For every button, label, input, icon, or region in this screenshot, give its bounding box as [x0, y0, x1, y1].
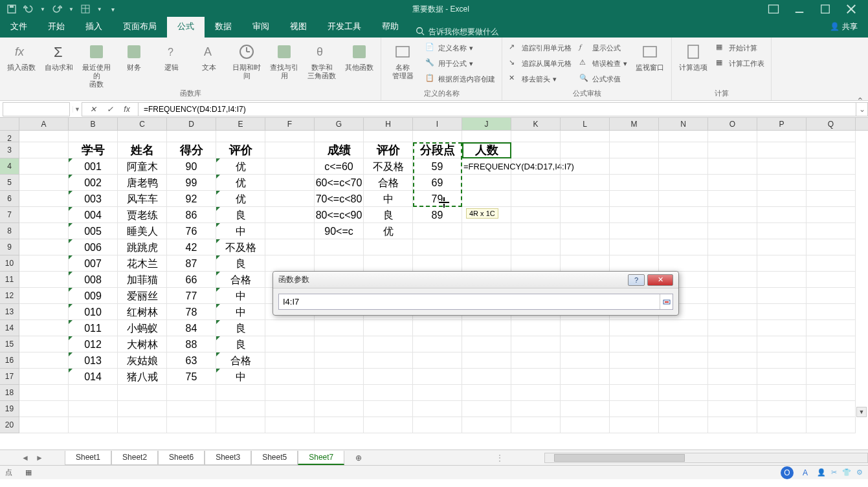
dialog-range-input[interactable] — [279, 294, 660, 309]
cell-D5[interactable]: 99 — [167, 175, 216, 191]
undo-icon[interactable] — [23, 4, 34, 14]
cell-A17[interactable] — [19, 369, 69, 385]
cell-P12[interactable] — [757, 288, 807, 304]
cell-N6[interactable] — [659, 191, 708, 207]
cell-B5[interactable]: 002 — [69, 175, 118, 191]
cell-G10[interactable] — [315, 255, 364, 272]
cell-F2[interactable] — [265, 131, 315, 142]
cell-A6[interactable] — [19, 191, 69, 207]
cell-P11[interactable] — [757, 272, 807, 288]
cell-G20[interactable] — [315, 417, 364, 433]
cell-A18[interactable] — [19, 385, 69, 401]
cell-N15[interactable] — [659, 336, 708, 352]
row-header-10[interactable]: 10 — [0, 255, 19, 272]
cell-C18[interactable] — [118, 385, 167, 401]
cell-E12[interactable]: 中 — [216, 288, 265, 304]
cell-C8[interactable]: 睡美人 — [118, 223, 167, 239]
cell-I16[interactable] — [413, 352, 462, 369]
cell-Q4[interactable] — [807, 158, 856, 175]
chevron-down-icon[interactable]: ▼ — [69, 6, 74, 12]
logical-button[interactable]: ?逻辑 — [154, 40, 189, 72]
row-header-6[interactable]: 6 — [0, 191, 19, 207]
cell-H5[interactable]: 合格 — [364, 175, 413, 191]
cell-B15[interactable]: 012 — [69, 336, 118, 352]
cell-L14[interactable] — [561, 320, 610, 336]
cell-G18[interactable] — [315, 385, 364, 401]
col-header-C[interactable]: C — [118, 118, 167, 130]
cell-P18[interactable] — [757, 385, 807, 401]
cell-L6[interactable] — [561, 191, 610, 207]
cell-O17[interactable] — [708, 369, 757, 385]
search-icon[interactable] — [416, 27, 425, 38]
cell-G7[interactable]: 80<=c<90 — [315, 207, 364, 223]
cell-J3[interactable]: 人数 — [462, 142, 511, 158]
cell-I15[interactable] — [413, 336, 462, 352]
tab-数据[interactable]: 数据 — [205, 17, 242, 38]
sheet-tab-Sheet1[interactable]: Sheet1 — [65, 451, 111, 465]
cell-B6[interactable]: 003 — [69, 191, 118, 207]
cell-A14[interactable] — [19, 320, 69, 336]
cell-K4[interactable] — [511, 158, 561, 175]
cell-I18[interactable] — [413, 385, 462, 401]
cell-J10[interactable] — [462, 255, 511, 272]
cell-K9[interactable] — [511, 239, 561, 255]
cell-P15[interactable] — [757, 336, 807, 352]
col-header-M[interactable]: M — [610, 118, 659, 130]
tab-视图[interactable]: 视图 — [280, 17, 317, 38]
cell-K10[interactable] — [511, 255, 561, 272]
cell-E14[interactable]: 良 — [216, 320, 265, 336]
cell-M5[interactable] — [610, 175, 659, 191]
cell-B9[interactable]: 006 — [69, 239, 118, 255]
cell-L5[interactable] — [561, 175, 610, 191]
cell-J8[interactable] — [462, 223, 511, 239]
save-icon[interactable] — [6, 4, 17, 14]
redo-icon[interactable] — [52, 4, 62, 14]
col-header-E[interactable]: E — [216, 118, 265, 130]
cell-C7[interactable]: 贾老练 — [118, 207, 167, 223]
tell-me[interactable]: 告诉我你想要做什么 — [428, 27, 498, 38]
cell-Q15[interactable] — [807, 336, 856, 352]
cell-Q7[interactable] — [807, 207, 856, 223]
cell-L20[interactable] — [561, 417, 610, 433]
cell-A19[interactable] — [19, 401, 69, 417]
col-header-G[interactable]: G — [315, 118, 364, 130]
cell-C10[interactable]: 花木兰 — [118, 255, 167, 272]
cell-C16[interactable]: 灰姑娘 — [118, 352, 167, 369]
cell-H14[interactable] — [364, 320, 413, 336]
cell-O13[interactable] — [708, 304, 757, 320]
cell-F9[interactable] — [265, 239, 315, 255]
cell-P13[interactable] — [757, 304, 807, 320]
col-header-J[interactable]: J — [462, 118, 511, 130]
cell-E18[interactable] — [216, 385, 265, 401]
cell-G6[interactable]: 70<=c<80 — [315, 191, 364, 207]
cell-N2[interactable] — [659, 131, 708, 142]
cell-C2[interactable] — [118, 131, 167, 142]
cell-L10[interactable] — [561, 255, 610, 272]
cell-H17[interactable] — [364, 369, 413, 385]
show-formulas-button[interactable]: 𝑓显示公式 — [577, 41, 630, 54]
cell-H9[interactable] — [364, 239, 413, 255]
trace-precedents-button[interactable]: ↗追踪引用单元格 — [506, 41, 574, 54]
cell-E16[interactable]: 合格 — [216, 352, 265, 369]
cell-J17[interactable] — [462, 369, 511, 385]
cell-O19[interactable] — [708, 401, 757, 417]
cell-J20[interactable] — [462, 417, 511, 433]
cell-P20[interactable] — [757, 417, 807, 433]
cell-F15[interactable] — [265, 336, 315, 352]
cell-Q3[interactable] — [807, 142, 856, 158]
scroll-down-icon[interactable]: ▼ — [856, 407, 867, 417]
cell-F18[interactable] — [265, 385, 315, 401]
sheet-tab-Sheet3[interactable]: Sheet3 — [205, 451, 251, 465]
col-header-D[interactable]: D — [167, 118, 216, 130]
cell-F16[interactable] — [265, 352, 315, 369]
cell-L8[interactable] — [561, 223, 610, 239]
cell-B8[interactable]: 005 — [69, 223, 118, 239]
cell-E11[interactable]: 合格 — [216, 272, 265, 288]
calc-sheet-button[interactable]: ▦计算工作表 — [713, 57, 767, 70]
cell-Q13[interactable] — [807, 304, 856, 320]
cell-C4[interactable]: 阿童木 — [118, 158, 167, 175]
cell-K14[interactable] — [511, 320, 561, 336]
autosum-button[interactable]: Σ自动求和 — [41, 40, 76, 72]
worksheet-grid[interactable]: ABCDEFGHIJKLMNOPQ 23学号姓名得分评价成绩评价分段点人数400… — [0, 118, 868, 449]
cell-C9[interactable]: 跳跳虎 — [118, 239, 167, 255]
